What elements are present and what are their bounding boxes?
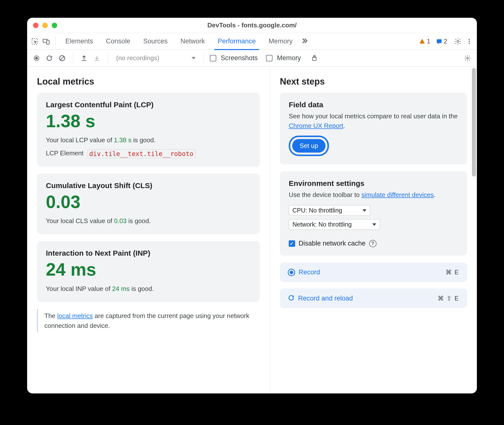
- more-tabs-icon[interactable]: [300, 36, 310, 47]
- devtools-window: DevTools - fonts.google.com/ Elements Co…: [27, 18, 477, 393]
- svg-point-15: [467, 57, 468, 59]
- tab-console[interactable]: Console: [100, 33, 136, 50]
- lcp-value: 1.38 s: [46, 111, 251, 131]
- performance-toolbar: (no recordings) Screenshots Memory: [27, 50, 477, 67]
- next-steps-heading: Next steps: [280, 76, 467, 87]
- inp-description: Your local INP value of 24 ms is good.: [46, 284, 251, 294]
- screenshots-label: Screenshots: [221, 54, 258, 62]
- record-shortcut: ⌘ E: [446, 269, 459, 276]
- inp-value: 24 ms: [46, 260, 251, 279]
- local-metrics-link[interactable]: local metrics: [57, 312, 93, 319]
- kebab-menu-icon[interactable]: [464, 36, 474, 47]
- record-reload-label: Record and reload: [298, 295, 438, 302]
- local-metrics-note: The local metrics are captured from the …: [37, 309, 260, 333]
- recordings-select[interactable]: (no recordings): [114, 53, 198, 63]
- inspect-icon[interactable]: [30, 36, 40, 47]
- crux-report-link[interactable]: Chrome UX Report: [289, 122, 343, 129]
- record-action[interactable]: Record ⌘ E: [280, 263, 467, 282]
- lcp-description: Your local LCP value of 1.38 s is good.: [46, 135, 251, 145]
- reload-icon[interactable]: [44, 53, 54, 63]
- tab-elements[interactable]: Elements: [59, 33, 99, 50]
- field-data-description: See how your local metrics compare to re…: [289, 111, 458, 131]
- memory-label: Memory: [277, 54, 301, 62]
- upload-icon[interactable]: [79, 53, 89, 63]
- separator: [108, 53, 108, 63]
- field-data-card: Field data See how your local metrics co…: [280, 93, 467, 164]
- cls-value: 0.03: [46, 192, 251, 212]
- lcp-title: Largest Contentful Paint (LCP): [46, 101, 251, 109]
- chevron-down-icon: [192, 57, 196, 59]
- separator: [73, 53, 73, 63]
- svg-point-6: [469, 41, 470, 42]
- field-data-title: Field data: [289, 101, 458, 109]
- maximize-window-button[interactable]: [52, 23, 57, 28]
- local-metrics-column: Local metrics Largest Contentful Paint (…: [27, 67, 270, 393]
- reload-arrow-icon: [288, 294, 295, 302]
- collect-garbage-icon[interactable]: [309, 53, 319, 63]
- record-icon[interactable]: [32, 53, 41, 63]
- tab-sources[interactable]: Sources: [137, 33, 174, 50]
- record-reload-action[interactable]: Record and reload ⌘ ⇧ E: [280, 288, 467, 308]
- chevron-down-icon: [372, 223, 376, 226]
- setup-button-focus-ring: Set up: [289, 136, 329, 156]
- svg-point-9: [35, 57, 38, 59]
- next-steps-column: Next steps Field data See how your local…: [270, 67, 477, 393]
- main-tabbar: Elements Console Sources Network Perform…: [27, 33, 477, 50]
- environment-settings-title: Environment settings: [289, 179, 458, 188]
- svg-line-11: [60, 56, 64, 60]
- separator: [204, 53, 204, 63]
- svg-point-7: [469, 43, 470, 44]
- download-icon[interactable]: [92, 53, 102, 63]
- svg-point-4: [457, 40, 459, 42]
- close-window-button[interactable]: [33, 23, 38, 28]
- cls-card: Cumulative Layout Shift (CLS) 0.03 Your …: [37, 174, 260, 234]
- tab-performance[interactable]: Performance: [212, 33, 262, 50]
- environment-settings-description: Use the device toolbar to simulate diffe…: [289, 190, 458, 200]
- titlebar: DevTools - fonts.google.com/: [27, 18, 477, 33]
- settings-gear-icon[interactable]: [453, 36, 463, 47]
- simulate-devices-link[interactable]: simulate different devices: [361, 191, 434, 198]
- recordings-placeholder: (no recordings): [116, 54, 159, 62]
- memory-checkbox[interactable]: [266, 55, 272, 61]
- panel-settings-gear-icon[interactable]: [463, 53, 472, 63]
- issues-warning-badge[interactable]: 1: [419, 37, 430, 45]
- local-metrics-heading: Local metrics: [37, 76, 260, 87]
- disable-cache-checkbox[interactable]: [289, 240, 295, 247]
- cls-title: Cumulative Layout Shift (CLS): [46, 181, 251, 190]
- lcp-card: Largest Contentful Paint (LCP) 1.38 s Yo…: [37, 93, 260, 167]
- network-throttling-select[interactable]: Network: No throttling: [289, 219, 380, 230]
- svg-point-5: [469, 39, 470, 40]
- traffic-lights: [33, 23, 57, 28]
- separator: [55, 36, 55, 46]
- tab-network[interactable]: Network: [175, 33, 211, 50]
- record-label: Record: [299, 268, 446, 276]
- cls-description: Your local CLS value of 0.03 is good.: [46, 216, 251, 226]
- help-icon[interactable]: ?: [369, 240, 377, 247]
- window-title: DevTools - fonts.google.com/: [207, 21, 297, 29]
- svg-rect-3: [437, 39, 442, 43]
- tab-memory[interactable]: Memory: [263, 33, 299, 50]
- warning-count: 1: [427, 37, 430, 45]
- setup-button[interactable]: Set up: [292, 139, 325, 153]
- environment-settings-card: Environment settings Use the device tool…: [280, 171, 467, 256]
- screenshots-checkbox[interactable]: [210, 55, 216, 61]
- info-count: 2: [444, 37, 447, 45]
- lcp-element-selector[interactable]: div.tile__text.tile__roboto: [87, 149, 196, 158]
- cpu-throttling-select[interactable]: CPU: No throttling: [289, 205, 370, 216]
- disable-cache-label: Disable network cache: [299, 240, 366, 247]
- inp-title: Interaction to Next Paint (INP): [46, 249, 251, 257]
- minimize-window-button[interactable]: [42, 23, 48, 28]
- record-reload-shortcut: ⌘ ⇧ E: [438, 295, 459, 302]
- lcp-element-label: LCP Element: [46, 149, 84, 158]
- vertical-scrollbar[interactable]: [472, 68, 476, 177]
- issues-info-badge[interactable]: 2: [436, 37, 447, 45]
- svg-rect-2: [47, 40, 49, 44]
- device-toolbar-icon[interactable]: [41, 36, 51, 47]
- performance-content: Local metrics Largest Contentful Paint (…: [27, 67, 477, 393]
- chevron-down-icon: [362, 209, 366, 212]
- record-circle-icon: [288, 269, 295, 276]
- clear-icon[interactable]: [57, 53, 67, 63]
- inp-card: Interaction to Next Paint (INP) 24 ms Yo…: [37, 241, 260, 302]
